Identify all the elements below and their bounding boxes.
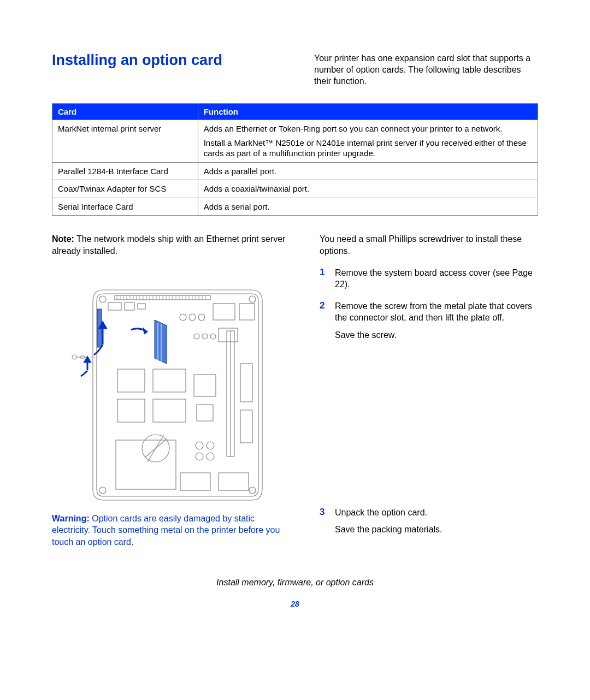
table-row: Coax/Twinax Adapter for SCS Adds a coaxi… [52, 180, 538, 198]
svg-rect-52 [197, 405, 213, 421]
svg-rect-34 [125, 302, 134, 310]
svg-line-56 [148, 435, 164, 462]
svg-rect-51 [194, 375, 216, 396]
svg-rect-50 [153, 399, 186, 422]
svg-point-39 [180, 314, 186, 321]
warning-paragraph: Warning: Option cards are easily damaged… [52, 513, 287, 548]
svg-rect-53 [116, 440, 176, 489]
cell-function: Adds a coaxial/twinaxial port. [198, 180, 538, 198]
step-number: 1 [320, 267, 329, 290]
svg-point-41 [198, 314, 205, 321]
system-board-figure [71, 287, 268, 503]
cell-card: Coax/Twinax Adapter for SCS [52, 180, 198, 198]
step-number: 2 [320, 300, 329, 341]
note-label: Note: [52, 234, 74, 244]
svg-rect-37 [239, 304, 255, 320]
step-subtext: Save the screw. [335, 329, 538, 341]
cell-card: Parallel 1284-B Interface Card [52, 162, 198, 180]
step-2: 2 Remove the screw from the metal plate … [320, 300, 538, 341]
step-body-text: Remove the screw from the metal plate th… [335, 300, 538, 324]
note-paragraph: Note: The network models ship with an Et… [52, 233, 287, 257]
option-card-table: Card Function MarkNet internal print ser… [52, 103, 538, 216]
svg-point-59 [196, 453, 203, 460]
svg-point-2 [99, 487, 106, 494]
cell-function: Adds a serial port. [198, 198, 538, 216]
svg-rect-64 [219, 473, 249, 490]
svg-rect-33 [108, 302, 121, 310]
page-number: 28 [52, 600, 538, 608]
intro-paragraph: Your printer has one expansion card slot… [314, 52, 538, 87]
svg-rect-4 [115, 295, 210, 300]
svg-rect-47 [117, 369, 145, 392]
svg-rect-49 [117, 399, 145, 422]
cell-function: Adds an Ethernet or Token-Ring port so y… [198, 120, 538, 163]
svg-rect-70 [81, 356, 84, 358]
svg-point-58 [206, 442, 214, 449]
section-heading: Installing an option card [52, 52, 270, 69]
svg-point-44 [210, 334, 216, 339]
step-subtext: Save the packing materials. [335, 524, 442, 536]
svg-rect-62 [240, 410, 252, 443]
svg-point-43 [202, 334, 208, 339]
svg-rect-35 [138, 304, 145, 309]
svg-point-3 [249, 487, 256, 494]
svg-point-40 [189, 314, 196, 321]
note-text: The network models ship with an Ethernet… [52, 234, 285, 256]
table-row: Parallel 1284-B Interface Card Adds a pa… [52, 162, 538, 180]
svg-rect-63 [180, 473, 210, 490]
svg-rect-61 [240, 364, 252, 402]
svg-point-42 [194, 334, 199, 339]
step-body-text: Unpack the option card. [335, 507, 442, 519]
svg-rect-38 [219, 328, 238, 342]
svg-point-60 [206, 453, 214, 460]
cell-function: Adds a parallel port. [198, 162, 538, 180]
step-1: 1 Remove the system board access cover (… [320, 267, 538, 290]
svg-point-57 [196, 442, 203, 449]
step-number: 3 [320, 507, 329, 536]
cell-card: Serial Interface Card [52, 198, 198, 216]
screwdriver-note: You need a small Phillips screwdriver to… [320, 233, 538, 257]
svg-rect-36 [213, 304, 235, 320]
warning-label: Warning: [52, 514, 90, 523]
table-header-function: Function [198, 104, 538, 120]
svg-rect-48 [153, 369, 186, 392]
step-body-text: Remove the system board access cover (se… [335, 267, 538, 290]
step-3: 3 Unpack the option card. Save the packi… [320, 507, 538, 536]
svg-point-0 [99, 296, 106, 302]
svg-point-1 [249, 296, 256, 302]
cell-card: MarkNet internal print server [52, 120, 198, 163]
table-row: MarkNet internal print server Adds an Et… [52, 120, 538, 163]
table-header-card: Card [52, 104, 198, 120]
table-row: Serial Interface Card Adds a serial port… [52, 198, 538, 216]
svg-point-68 [72, 355, 76, 359]
footer-chapter-title: Install memory, firmware, or option card… [52, 578, 538, 588]
